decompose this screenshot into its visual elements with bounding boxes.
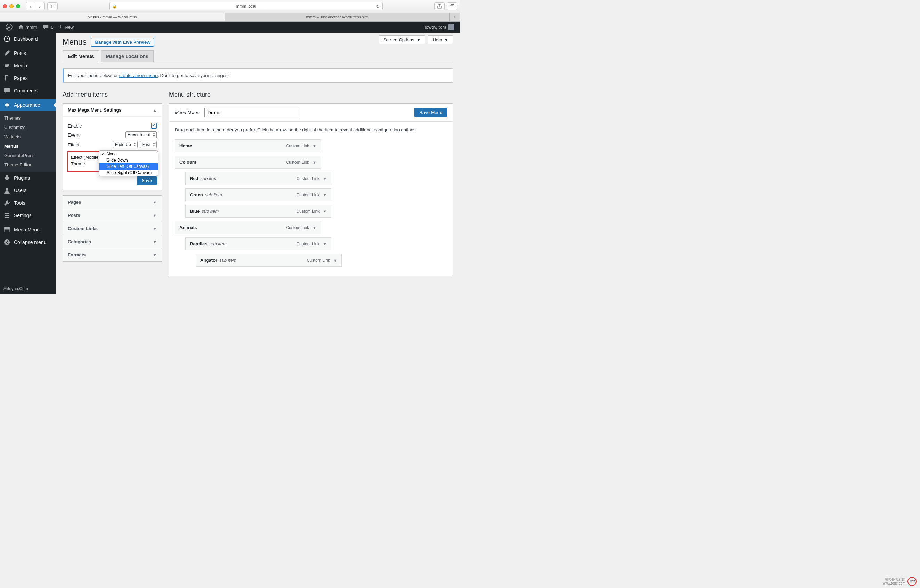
tab-manage-locations[interactable]: Manage Locations [101,50,154,62]
panel-custom-links[interactable]: Custom Links▼ [63,222,162,235]
chevron-down-icon: ▼ [323,176,327,181]
menu-plugins[interactable]: Plugins [0,172,56,184]
chevron-down-icon: ▼ [153,240,157,244]
chevron-down-icon: ▼ [323,209,327,213]
menu-item[interactable]: AnimalsCustom Link▼ [175,221,321,234]
close-window-icon[interactable] [3,4,7,8]
panel-posts[interactable]: Posts▼ [63,208,162,222]
enable-checkbox[interactable] [151,123,157,129]
menu-appearance[interactable]: Appearance [0,99,56,111]
chevron-down-icon: ▼ [313,226,316,230]
menu-item[interactable]: HomeCustom Link▼ [175,139,321,152]
menu-frame: Menu Name Save Menu Drag each item into … [169,103,453,276]
menu-users[interactable]: Users [0,184,56,197]
submenu-theme-editor[interactable]: Theme Editor [0,160,56,170]
menu-item[interactable]: ColoursCustom Link▼ [175,156,321,168]
event-select[interactable]: Hover Intent▲▼ [125,131,157,138]
tab-edit-menus[interactable]: Edit Menus [63,50,99,62]
theme-label: Theme [71,161,85,166]
help-button[interactable]: Help ▼ [428,36,453,44]
menu-comments[interactable]: Comments [0,84,56,97]
submenu-menus[interactable]: Menus [0,141,56,151]
tabs-button[interactable] [447,2,457,10]
new-tab-button[interactable]: + [450,13,460,21]
wp-sidebar: Dashboard Posts Media Pages Comments App… [0,33,56,294]
window-controls [3,4,20,8]
submenu-widgets[interactable]: Widgets [0,132,56,141]
effect-label: Effect [68,142,79,147]
effect-speed-select[interactable]: Fast▲▼ [140,141,157,148]
chevron-down-icon: ▼ [334,258,337,262]
menu-item[interactable]: Bluesub itemCustom Link▼ [185,205,331,218]
panel-formats[interactable]: Formats▼ [63,248,162,262]
menu-dashboard[interactable]: Dashboard [0,33,56,45]
panel-pages[interactable]: Pages▼ [63,195,162,209]
site-link[interactable]: mmm [15,21,40,33]
chevron-down-icon: ▼ [153,200,157,204]
add-items-heading: Add menu items [63,91,162,99]
minimize-window-icon[interactable] [10,4,13,8]
browser-tab-active[interactable]: Menus ‹ mmm — WordPress [0,13,225,21]
maximize-window-icon[interactable] [16,4,20,8]
wp-logo[interactable] [3,21,15,33]
svg-point-15 [5,216,6,218]
panel-mega-settings-head[interactable]: Max Mega Menu Settings▲ [63,103,162,116]
chevron-down-icon: ▼ [153,226,157,231]
svg-point-13 [5,213,6,215]
instructions: Drag each item into the order you prefer… [175,127,447,132]
menu-pages[interactable]: Pages [0,72,56,84]
dropdown-option-slide-left[interactable]: Slide Left (Off Canvas) [99,163,157,170]
svg-rect-16 [4,227,10,229]
effect-mobile-dropdown[interactable]: None Slide Down Slide Left (Off Canvas) … [99,150,158,176]
effect-select[interactable]: Fade Up▲▼ [113,141,138,148]
sidebar-toggle-button[interactable] [47,2,58,10]
forward-button[interactable]: › [35,2,44,10]
svg-rect-8 [6,76,9,81]
save-button[interactable]: Save [137,176,157,185]
chevron-down-icon: ▼ [313,144,316,148]
panel-mega-settings: Max Mega Menu Settings▲ Enable EventHove… [63,103,162,191]
submenu-generatepress[interactable]: GeneratePress [0,151,56,160]
menu-item[interactable]: Greensub itemCustom Link▼ [185,188,331,201]
nav-back-forward: ‹ › [26,2,44,10]
menu-posts[interactable]: Posts [0,47,56,60]
comments-link[interactable]: 0 [40,21,56,33]
chevron-up-icon: ▲ [153,108,157,112]
dropdown-option-slide-down[interactable]: Slide Down [99,157,157,163]
menu-item[interactable]: Reptilessub itemCustom Link▼ [185,237,331,250]
submenu-appearance: Themes Customize Widgets Menus GenerateP… [0,111,56,172]
live-preview-button[interactable]: Manage with Live Preview [91,38,154,47]
url-text: mmm.local [236,4,256,9]
howdy-link[interactable]: Howdy, tom [420,21,457,33]
collapse-menu[interactable]: Collapse menu [0,236,56,249]
menu-media[interactable]: Media [0,60,56,72]
menu-item[interactable]: Aligatorsub itemCustom Link▼ [196,254,342,267]
chevron-down-icon: ▼ [323,242,327,246]
chevron-down-icon: ▼ [323,193,327,197]
safari-tabs: Menus ‹ mmm — WordPress mmm – Just anoth… [0,13,460,21]
save-menu-button[interactable]: Save Menu [415,108,447,117]
create-menu-link[interactable]: create a new menu [119,73,158,78]
dropdown-option-slide-right[interactable]: Slide Right (Off Canvas) [99,170,157,176]
new-link[interactable]: +New [56,21,77,33]
menu-item[interactable]: Redsub itemCustom Link▼ [185,172,331,185]
wp-content: Screen Options ▼ Help ▼ Menus Manage wit… [56,33,460,294]
screen-options-button[interactable]: Screen Options ▼ [379,36,425,44]
submenu-themes[interactable]: Themes [0,113,56,123]
enable-label: Enable [68,123,82,129]
nav-tabs: Edit Menus Manage Locations [63,50,453,62]
back-button[interactable]: ‹ [26,2,35,10]
panel-categories[interactable]: Categories▼ [63,235,162,249]
menu-mega[interactable]: Mega Menu [0,223,56,236]
share-button[interactable] [434,2,445,10]
menu-settings[interactable]: Settings [0,209,56,222]
submenu-customize[interactable]: Customize [0,123,56,132]
url-bar[interactable]: 🔒 mmm.local ↻ [109,2,383,10]
dropdown-option-none[interactable]: None [99,151,157,157]
menu-name-input[interactable] [204,108,298,117]
menu-structure-heading: Menu structure [169,91,453,99]
browser-tab[interactable]: mmm – Just another WordPress site [225,13,450,21]
reload-icon[interactable]: ↻ [376,4,380,9]
menu-tools[interactable]: Tools [0,197,56,209]
svg-point-9 [6,188,8,191]
